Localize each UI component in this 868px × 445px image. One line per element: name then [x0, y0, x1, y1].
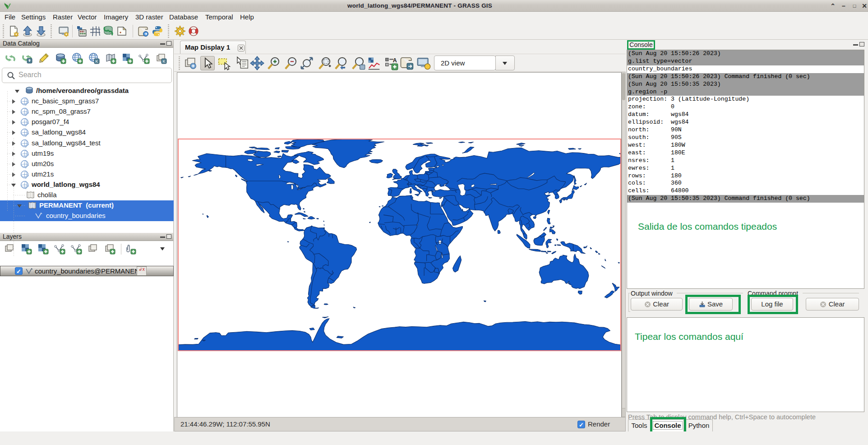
svg-text:K: K — [162, 59, 165, 64]
svg-text:K: K — [95, 59, 98, 64]
svg-text:A: A — [393, 57, 397, 64]
